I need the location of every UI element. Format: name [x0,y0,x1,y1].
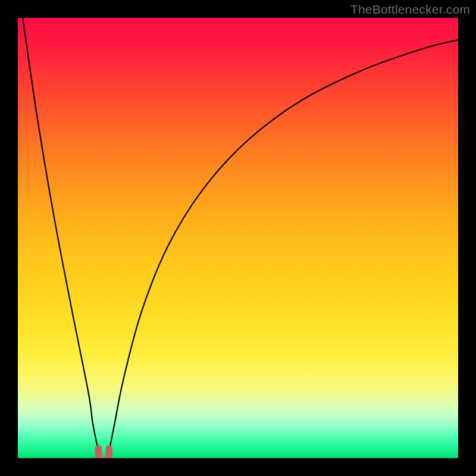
series-right-branch [108,40,458,454]
curve-group [18,18,458,454]
watermark-text: TheBottlenecker.com [350,2,470,17]
chart-frame: TheBottlenecker.com [0,0,476,476]
series-left-branch [18,18,99,454]
chart-svg [18,18,458,458]
plot-area [18,18,458,458]
valley-marker [98,448,109,458]
valley-marker-path [98,448,109,458]
